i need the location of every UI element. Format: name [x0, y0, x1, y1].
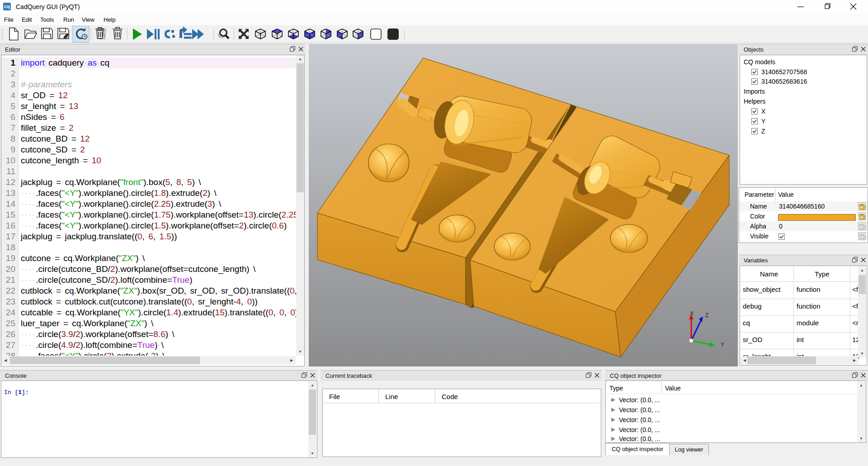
- svg-text:Z: Z: [705, 312, 708, 319]
- svg-text:X: X: [690, 310, 693, 317]
- svg-text:Y: Y: [721, 342, 724, 348]
